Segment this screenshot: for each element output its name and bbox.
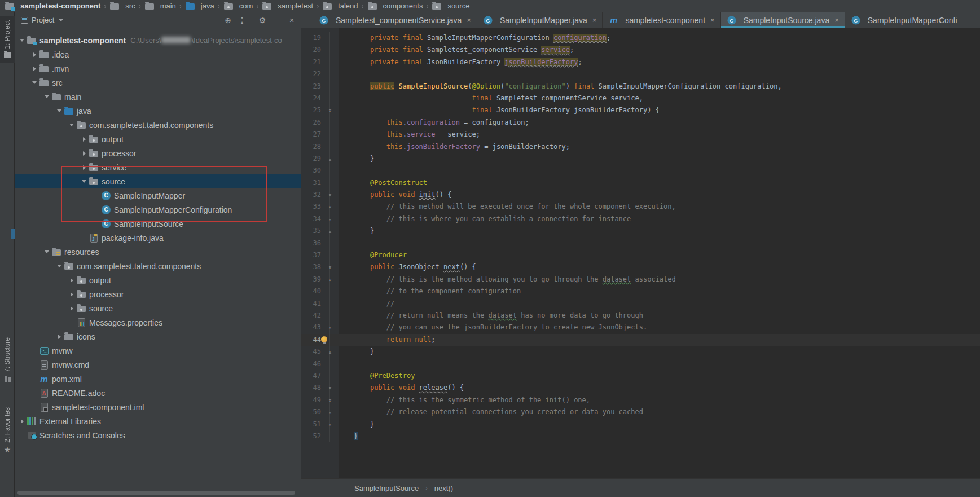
settings-gear-icon[interactable]: ⚙ xyxy=(257,16,268,24)
code-line[interactable]: 41 // xyxy=(301,298,980,310)
tab-close-icon[interactable]: × xyxy=(592,16,597,24)
tab-close-icon[interactable]: × xyxy=(710,16,715,24)
tree-expand-arrow[interactable] xyxy=(80,177,89,186)
tree-expand-arrow[interactable] xyxy=(42,93,51,102)
tree-expand-arrow[interactable] xyxy=(17,36,27,45)
tree-row[interactable]: sampletest-component.iml xyxy=(15,400,301,414)
code-line[interactable]: 42 // return null means the dataset has … xyxy=(301,310,980,322)
lightbulb-icon[interactable] xyxy=(321,336,327,342)
code-line[interactable]: 40 // to the component configuration xyxy=(301,285,980,297)
code-line[interactable]: 21 private final JsonBuilderFactory json… xyxy=(301,56,980,68)
tree-row[interactable]: output xyxy=(15,273,301,287)
fold-marker[interactable]: ▿ xyxy=(323,382,337,394)
tree-expand-arrow[interactable] xyxy=(67,276,76,285)
breadcrumb-item[interactable]: sampletest xyxy=(261,2,314,11)
tree-row[interactable]: External Libraries xyxy=(15,414,301,428)
code-line[interactable]: 20 private final Sampletest_componentSer… xyxy=(301,44,980,56)
tree-row[interactable]: main xyxy=(15,90,301,104)
code-line[interactable]: 19 private final SampleInputMapperConfig… xyxy=(301,32,980,44)
code-line[interactable]: 43▵ // you can use the jsonBuilderFactor… xyxy=(301,322,980,333)
tree-expand-arrow[interactable] xyxy=(30,50,39,59)
tree-row[interactable]: service xyxy=(15,160,301,174)
tab-close-icon[interactable]: × xyxy=(467,16,471,24)
breadcrumb-item[interactable]: main xyxy=(143,2,177,11)
tree-row[interactable]: mvnw xyxy=(15,344,301,358)
breadcrumb-item[interactable]: sampletest-component xyxy=(3,2,102,11)
code-line[interactable]: 44 return null; xyxy=(301,334,980,346)
breadcrumb-item[interactable]: com xyxy=(222,2,254,11)
code-line[interactable]: 28 this.jsonBuilderFactory = jsonBuilder… xyxy=(301,141,980,153)
code-line[interactable]: 26 this.configuration = configuration; xyxy=(301,117,980,129)
tree-expand-arrow[interactable] xyxy=(80,163,89,172)
tree-row[interactable]: source xyxy=(15,174,301,188)
tree-expand-arrow[interactable] xyxy=(67,121,76,130)
editor-tab[interactable]: SampleInputMapper.java× xyxy=(477,12,603,28)
horizontal-scrollbar[interactable] xyxy=(17,491,295,495)
code-line[interactable]: 22 xyxy=(301,68,980,80)
fold-marker[interactable]: ▵ xyxy=(323,346,337,358)
breadcrumb-item[interactable]: source xyxy=(430,2,471,11)
tree-row[interactable]: mvnw.cmd xyxy=(15,358,301,372)
code-line[interactable]: 38▿ public JsonObject next() { xyxy=(301,261,980,273)
code-line[interactable]: 50▵ // release potential connections you… xyxy=(301,406,980,418)
tab-close-icon[interactable]: × xyxy=(834,16,839,24)
editor-tab[interactable]: SampleInputMapperConfi xyxy=(845,12,980,28)
editor-tab[interactable]: SampleInputSource.java× xyxy=(721,12,845,28)
fold-marker[interactable]: ▵ xyxy=(323,153,337,165)
fold-marker[interactable]: ▿ xyxy=(323,104,337,116)
tree-row[interactable]: java xyxy=(15,104,301,118)
tree-row[interactable]: Scratches and Consoles xyxy=(15,428,301,442)
tree-row[interactable]: sampletest-componentC:\Users\\IdeaProjec… xyxy=(15,33,301,47)
code-line[interactable]: 39▿ // this is the method allowing you t… xyxy=(301,274,980,285)
tree-row[interactable]: com.sampletest.talend.components xyxy=(15,118,301,132)
code-line[interactable]: 37 @Producer xyxy=(301,249,980,261)
code-line[interactable]: 32▿ public void init() { xyxy=(301,189,980,201)
fold-marker[interactable]: ▿ xyxy=(323,394,337,406)
stripe-favorites-button[interactable]: 2: Favorites ★ xyxy=(0,403,15,458)
tree-row[interactable]: icons xyxy=(15,329,301,344)
editor-breadcrumb-item[interactable]: SampleInputSource xyxy=(354,484,419,492)
tree-expand-arrow[interactable] xyxy=(42,248,51,257)
editor-tab[interactable]: sampletest-component× xyxy=(603,12,720,28)
code-line[interactable]: 51▵ } xyxy=(301,419,980,430)
breadcrumb-item[interactable]: components xyxy=(366,2,424,11)
code-line[interactable]: 33▿ // this method will be executed once… xyxy=(301,201,980,213)
code-line[interactable]: 23 public SampleInputSource(@Option("con… xyxy=(301,81,980,93)
tree-row[interactable]: .idea xyxy=(15,47,301,61)
tree-expand-arrow[interactable] xyxy=(55,332,64,341)
chevron-down-icon[interactable] xyxy=(59,19,63,21)
tree-expand-arrow[interactable] xyxy=(80,135,89,144)
stripe-project-button[interactable]: 1: Project xyxy=(0,16,15,63)
editor-tab[interactable]: Sampletest_componentService.java× xyxy=(313,12,477,28)
breadcrumb-item[interactable]: talend xyxy=(321,2,359,11)
tree-row[interactable]: package-info.java xyxy=(15,231,301,245)
tree-row[interactable]: output xyxy=(15,132,301,146)
tree-expand-arrow[interactable] xyxy=(55,262,64,271)
code-line[interactable]: 46 xyxy=(301,358,980,370)
code-line[interactable]: 45▵ } xyxy=(301,346,980,358)
fold-marker[interactable]: ▿ xyxy=(323,274,337,285)
code-line[interactable]: 49▿ // this is the symmetric method of t… xyxy=(301,394,980,406)
fold-marker[interactable]: ▵ xyxy=(323,406,337,418)
tree-row[interactable]: processor xyxy=(15,146,301,160)
tree-row[interactable]: SampleInputMapper xyxy=(15,188,301,203)
code-line[interactable]: 52} xyxy=(301,430,980,442)
tree-expand-arrow[interactable] xyxy=(30,78,39,87)
stripe-structure-button[interactable]: 7: Structure xyxy=(0,333,15,386)
code-editor[interactable]: 19 private final SampleInputMapperConfig… xyxy=(301,28,980,478)
locate-icon[interactable]: ⊕ xyxy=(222,16,234,24)
fold-marker[interactable]: ▿ xyxy=(323,201,337,213)
tree-row[interactable]: README.adoc xyxy=(15,386,301,400)
code-line[interactable]: 36 xyxy=(301,237,980,249)
fold-marker[interactable]: ▵ xyxy=(323,419,337,430)
code-line[interactable]: 34▵ // this is where you can establish a… xyxy=(301,213,980,225)
tree-row[interactable]: processor xyxy=(15,287,301,301)
tree-expand-arrow[interactable] xyxy=(17,417,27,426)
tree-row[interactable]: .mvn xyxy=(15,61,301,76)
tree-expand-arrow[interactable] xyxy=(67,290,76,299)
code-line[interactable]: 25▿ final JsonBuilderFactory jsonBuilder… xyxy=(301,104,980,116)
tree-row[interactable]: SampleInputSource xyxy=(15,217,301,231)
editor-breadcrumb-item[interactable]: next() xyxy=(434,484,453,492)
hide-panel-icon[interactable]: — xyxy=(271,16,283,24)
tree-expand-arrow[interactable] xyxy=(67,304,76,313)
